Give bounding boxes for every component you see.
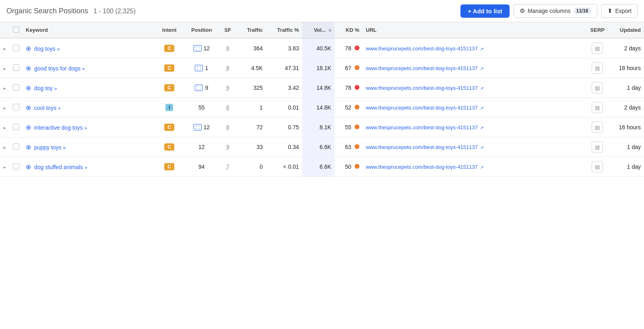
col-trafficpct-header[interactable]: Traffic % bbox=[266, 22, 302, 38]
traffic-value-5: 33 bbox=[256, 144, 263, 150]
row-url-1: www.thesprucepets.com/best-dog-toys-4151… bbox=[363, 58, 587, 78]
position-value-6: 94 bbox=[198, 163, 205, 170]
row-checkbox-1[interactable] bbox=[13, 64, 19, 71]
row-checkbox-5[interactable] bbox=[13, 143, 19, 150]
keyword-link-3[interactable]: cool toys » bbox=[34, 105, 61, 111]
add-keyword-icon-5[interactable]: ⊕ bbox=[26, 144, 31, 151]
url-link-3[interactable]: www.thesprucepets.com/best-dog-toys-4151… bbox=[366, 105, 478, 111]
row-checkbox-4[interactable] bbox=[13, 124, 19, 130]
row-expand-5[interactable]: ▸ bbox=[0, 137, 10, 157]
row-check-4[interactable] bbox=[10, 118, 23, 137]
page-title: Organic Search Positions 1 - 100 (2,325) bbox=[6, 7, 136, 15]
add-keyword-icon-2[interactable]: ⊕ bbox=[26, 85, 31, 91]
add-keyword-icon-3[interactable]: ⊕ bbox=[26, 104, 31, 111]
row-position-4: ⛶ 12 bbox=[186, 118, 218, 137]
col-traffic-header[interactable]: Traffic bbox=[238, 22, 266, 38]
keyword-link-2[interactable]: dog toy » bbox=[34, 85, 57, 91]
keyword-link-0[interactable]: dog toys » bbox=[34, 46, 60, 52]
url-link-1[interactable]: www.thesprucepets.com/best-dog-toys-4151… bbox=[366, 65, 478, 71]
add-keyword-icon-0[interactable]: ⊕ bbox=[26, 45, 31, 52]
kd-dot-6 bbox=[355, 164, 359, 169]
export-button[interactable]: ⬆ Export bbox=[601, 4, 638, 18]
row-check-3[interactable] bbox=[10, 98, 23, 118]
row-position-5: 12 bbox=[186, 137, 218, 157]
row-check-2[interactable] bbox=[10, 78, 23, 98]
trafficpct-value-5: 0.34 bbox=[288, 144, 299, 150]
external-link-icon-4[interactable]: ➚ bbox=[480, 125, 484, 130]
row-expand-2[interactable]: ▸ bbox=[0, 78, 10, 98]
row-check-0[interactable] bbox=[10, 38, 23, 58]
row-checkbox-0[interactable] bbox=[13, 45, 19, 51]
row-intent-0: C bbox=[153, 38, 186, 58]
serp-icon-2[interactable]: ▤ bbox=[592, 82, 603, 93]
external-link-icon-0[interactable]: ➚ bbox=[480, 46, 484, 51]
external-link-icon-5[interactable]: ➚ bbox=[480, 145, 484, 150]
row-expand-3[interactable]: ▸ bbox=[0, 98, 10, 118]
url-link-5[interactable]: www.thesprucepets.com/best-dog-toys-4151… bbox=[366, 144, 478, 150]
row-check-5[interactable] bbox=[10, 137, 23, 157]
row-serp-5[interactable]: ▤ bbox=[587, 137, 608, 157]
row-sf-2: 9 bbox=[218, 78, 238, 98]
updated-value-6: 1 day bbox=[627, 163, 641, 170]
external-link-icon-6[interactable]: ➚ bbox=[480, 165, 484, 170]
url-link-6[interactable]: www.thesprucepets.com/best-dog-toys-4151… bbox=[366, 164, 478, 170]
row-checkbox-3[interactable] bbox=[13, 104, 19, 110]
row-check-6[interactable] bbox=[10, 157, 23, 177]
row-serp-4[interactable]: ▤ bbox=[587, 118, 608, 137]
kd-dot-2 bbox=[355, 85, 359, 90]
row-expand-4[interactable]: ▸ bbox=[0, 118, 10, 137]
sf-value-2: 9 bbox=[226, 85, 229, 91]
keyword-link-5[interactable]: puppy toys » bbox=[34, 144, 66, 151]
add-keyword-icon-1[interactable]: ⊕ bbox=[26, 65, 31, 72]
row-sf-5: 9 bbox=[218, 137, 238, 157]
add-keyword-icon-4[interactable]: ⊕ bbox=[26, 124, 31, 131]
url-link-2[interactable]: www.thesprucepets.com/best-dog-toys-4151… bbox=[366, 85, 478, 91]
serp-icon-5[interactable]: ▤ bbox=[592, 141, 603, 153]
keyword-link-6[interactable]: dog stuffed animals » bbox=[34, 164, 87, 170]
row-checkbox-2[interactable] bbox=[13, 84, 19, 91]
col-check-header[interactable] bbox=[10, 22, 23, 38]
row-expand-0[interactable]: ▸ bbox=[0, 38, 10, 58]
row-checkbox-6[interactable] bbox=[13, 163, 19, 170]
serp-icon-6[interactable]: ▤ bbox=[592, 161, 603, 172]
keyword-link-1[interactable]: good toys for dogs » bbox=[34, 65, 85, 72]
row-url-4: www.thesprucepets.com/best-dog-toys-4151… bbox=[363, 118, 587, 137]
row-serp-0[interactable]: ▤ bbox=[587, 38, 608, 58]
col-position-header[interactable]: Position bbox=[186, 22, 218, 38]
row-updated-6: 1 day bbox=[608, 157, 644, 177]
url-link-4[interactable]: www.thesprucepets.com/best-dog-toys-4151… bbox=[366, 124, 478, 130]
serp-icon-0[interactable]: ▤ bbox=[592, 43, 603, 54]
col-vol-header[interactable]: Vol... ≡ bbox=[302, 22, 334, 38]
row-expand-1[interactable]: ▸ bbox=[0, 58, 10, 78]
keyword-arrows-3: » bbox=[58, 106, 61, 111]
row-serp-2[interactable]: ▤ bbox=[587, 78, 608, 98]
select-all-checkbox[interactable] bbox=[13, 26, 19, 33]
row-check-1[interactable] bbox=[10, 58, 23, 78]
serp-icon-1[interactable]: ▤ bbox=[592, 62, 603, 74]
kd-value-2: 78 bbox=[345, 85, 351, 91]
trafficpct-value-4: 0.75 bbox=[288, 124, 299, 130]
updated-value-5: 1 day bbox=[627, 144, 641, 150]
keyword-arrows-1: » bbox=[82, 66, 85, 72]
col-url-header: URL bbox=[363, 22, 587, 38]
keyword-link-4[interactable]: interactive dog toys » bbox=[34, 124, 87, 131]
table-row: ▸ ⊕ puppy toys » C 12 9 33 0.34 6.6K bbox=[0, 137, 644, 157]
manage-columns-label: Manage columns bbox=[528, 8, 571, 14]
external-link-icon-3[interactable]: ➚ bbox=[480, 106, 484, 110]
table-row: ▸ ⊕ cool toys » I 55 6 1 0.01 14.8K bbox=[0, 98, 644, 118]
row-serp-3[interactable]: ▤ bbox=[587, 98, 608, 118]
add-to-list-button[interactable]: + Add to list bbox=[460, 4, 510, 18]
row-serp-6[interactable]: ▤ bbox=[587, 157, 608, 177]
serp-icon-4[interactable]: ▤ bbox=[592, 122, 603, 133]
add-keyword-icon-6[interactable]: ⊕ bbox=[26, 163, 31, 170]
row-updated-2: 1 day bbox=[608, 78, 644, 98]
url-link-0[interactable]: www.thesprucepets.com/best-dog-toys-4151… bbox=[366, 46, 478, 52]
title-text: Organic Search Positions bbox=[6, 7, 88, 15]
manage-columns-button[interactable]: ⚙ Manage columns 11/16 bbox=[514, 4, 597, 18]
row-serp-1[interactable]: ▤ bbox=[587, 58, 608, 78]
serp-icon-3[interactable]: ▤ bbox=[592, 102, 603, 113]
row-expand-6[interactable]: ▸ bbox=[0, 157, 10, 177]
external-link-icon-1[interactable]: ➚ bbox=[480, 66, 484, 71]
external-link-icon-2[interactable]: ➚ bbox=[480, 86, 484, 91]
row-keyword-1: ⊕ good toys for dogs » bbox=[23, 58, 153, 78]
